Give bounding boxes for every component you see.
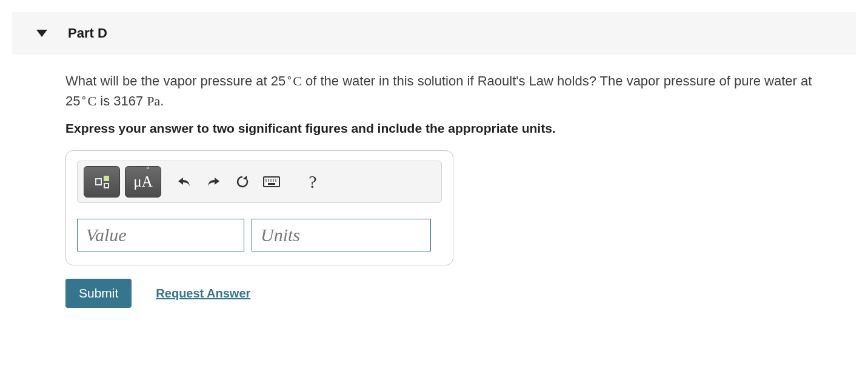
undo-icon	[176, 175, 192, 188]
equation-toolbar: μA ?	[77, 161, 442, 203]
collapse-icon[interactable]	[36, 30, 47, 37]
request-answer-link[interactable]: Request Answer	[156, 287, 250, 301]
special-chars-button[interactable]: μA	[125, 166, 161, 198]
action-row: Submit Request Answer	[65, 279, 836, 308]
part-title: Part D	[68, 25, 107, 41]
unit-c: C	[87, 93, 96, 108]
degree-symbol: ∘	[286, 71, 293, 82]
degree-symbol: ∘	[81, 91, 87, 102]
template-icon	[95, 176, 109, 188]
question-segment: .	[160, 93, 164, 108]
question-segment: What will be the vapor pressure at 25	[65, 73, 285, 88]
help-button[interactable]: ?	[301, 170, 325, 194]
keyboard-icon	[263, 176, 280, 187]
answer-inputs	[77, 219, 442, 251]
unit-c: C	[293, 73, 302, 88]
undo-button[interactable]	[172, 170, 196, 194]
question-segment: is 3167	[96, 93, 147, 108]
reset-icon	[235, 175, 250, 189]
part-header: Part D	[12, 12, 856, 55]
redo-icon	[205, 175, 221, 188]
units-input[interactable]	[252, 219, 431, 251]
keyboard-button[interactable]	[259, 170, 284, 194]
answer-instruction: Express your answer to two significant f…	[65, 121, 836, 136]
submit-button[interactable]: Submit	[65, 279, 132, 308]
mu-a-icon: μA	[133, 173, 152, 190]
redo-button[interactable]	[201, 170, 225, 194]
reset-button[interactable]	[230, 170, 255, 194]
unit-pa: Pa	[147, 93, 160, 108]
value-input[interactable]	[77, 219, 244, 251]
help-icon: ?	[309, 171, 316, 192]
question-text: What will be the vapor pressure at 25∘C …	[65, 70, 836, 110]
answer-panel: μA ?	[65, 150, 453, 265]
template-button[interactable]	[84, 166, 120, 198]
